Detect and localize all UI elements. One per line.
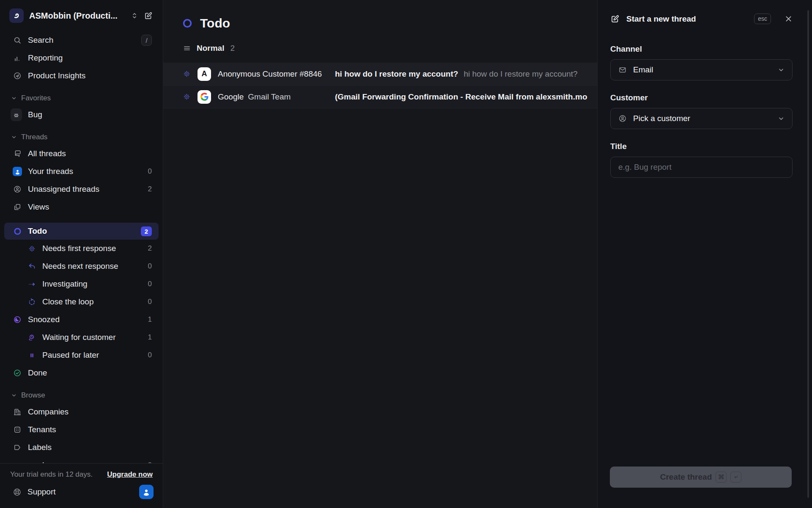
sidebar-item-label: Tenants [28, 425, 56, 434]
sidebar-item-waiting-for-customer[interactable]: Waiting for customer 1 [0, 329, 163, 346]
reply-arrow-icon [27, 262, 36, 271]
new-thread-panel: Start a new thread esc Channel Email Cus… [597, 0, 812, 508]
chevron-down-icon [11, 95, 17, 101]
chat-bubbles-icon [13, 149, 22, 158]
google-logo-avatar [198, 90, 211, 104]
panel-title: Start a new thread [626, 14, 747, 24]
chevron-down-icon [778, 115, 785, 122]
sidebar-item-bug-favorite[interactable]: Bug [0, 106, 163, 124]
customer-avatar: A [198, 67, 211, 81]
channel-label: Channel [610, 44, 793, 54]
compose-icon[interactable] [144, 11, 153, 20]
section-favorites[interactable]: Favorites [0, 91, 163, 106]
close-icon[interactable] [785, 15, 793, 23]
customer-value: Pick a customer [633, 114, 690, 123]
item-count: 0 [148, 262, 152, 271]
customer-name: Google [218, 92, 244, 102]
sidebar-item-done[interactable]: Done [0, 364, 163, 382]
support-label[interactable]: Support [27, 487, 56, 497]
sidebar-item-unassigned-threads[interactable]: Unassigned threads 2 [0, 180, 163, 198]
building-icon [13, 408, 22, 416]
life-ring-icon [13, 488, 22, 497]
customer-select[interactable]: Pick a customer [610, 108, 793, 129]
hamburger-icon [183, 44, 191, 52]
sidebar-item-todo[interactable]: Todo 2 [4, 223, 159, 240]
group-count: 2 [230, 44, 235, 53]
sidebar-item-label: Todo [28, 226, 47, 236]
thread-row-anonymous-customer[interactable]: A Anonymous Customer #8846 hi how do I r… [163, 63, 597, 86]
sidebar-item-your-threads[interactable]: Your threads 0 [0, 163, 163, 180]
sidebar-item-label: Done [28, 368, 47, 378]
command-keycap: ⌘ [716, 472, 727, 483]
trial-text: Your trial ends in 12 days. [10, 470, 93, 479]
sidebar-item-needs-first-response[interactable]: Needs first response 2 [0, 240, 163, 257]
workspace-name: ASMobbin (Producti... [29, 11, 125, 21]
item-count: 1 [148, 315, 152, 324]
person-circle-icon [618, 114, 627, 123]
sidebar-item-all-threads[interactable]: All threads [0, 145, 163, 163]
section-label: Threads [21, 133, 47, 141]
page-title: Todo [200, 16, 230, 30]
sidebar-item-tenants[interactable]: Tenants [0, 421, 163, 439]
todo-ring-icon [13, 227, 22, 236]
thread-list-pane: Todo Normal 2 A Anonymous Customer #8846… [163, 0, 597, 508]
sparkle-icon [27, 245, 36, 253]
sidebar-item-snoozed[interactable]: Snoozed 1 [0, 311, 163, 329]
group-label: Normal [197, 44, 224, 53]
section-browse[interactable]: Browse [0, 388, 163, 403]
sidebar-item-label: Waiting for customer [42, 333, 116, 342]
sidebar-item-labels[interactable]: Labels [0, 439, 163, 456]
moon-circle-icon [13, 315, 22, 324]
envelope-icon [618, 66, 627, 74]
slash-shortcut-keycap: / [141, 35, 152, 46]
chevron-up-down-icon[interactable] [131, 12, 138, 19]
sidebar-item-views[interactable]: Views [0, 198, 163, 216]
sidebar-item-label: All threads [28, 149, 66, 158]
panel-scrollbar[interactable] [807, 10, 809, 498]
sidebar-item-label: Companies [28, 407, 69, 417]
compose-icon [610, 14, 620, 24]
sidebar: ASMobbin (Producti... Search / Reporting… [0, 0, 163, 508]
person-circle-icon [13, 185, 22, 193]
sidebar-item-product-insights[interactable]: Product Insights [0, 67, 163, 85]
sidebar-item-label: Paused for later [42, 351, 99, 360]
thread-subject: hi how do I restore my account? [335, 69, 458, 79]
item-count: 2 [148, 185, 152, 193]
upgrade-link[interactable]: Upgrade now [107, 470, 153, 479]
sidebar-item-label: Reporting [28, 53, 63, 63]
create-thread-label: Create thread [660, 472, 712, 482]
sidebar-item-needs-next-response[interactable]: Needs next response 0 [0, 257, 163, 275]
workspace-switcher[interactable]: ASMobbin (Producti... [0, 0, 163, 27]
pause-icon [27, 352, 36, 359]
sidebar-item-label: Your threads [28, 167, 73, 176]
priority-group-header[interactable]: Normal 2 [163, 40, 597, 57]
sidebar-item-label: Search [28, 36, 53, 45]
sidebar-item-label: Needs next response [42, 262, 118, 271]
thread-row-google[interactable]: Google Gmail Team (Gmail Forwarding Conf… [163, 86, 597, 108]
channel-select[interactable]: Email [610, 59, 793, 80]
channel-value: Email [633, 65, 653, 75]
thread-subject: (Gmail Forwarding Confirmation - Receive… [335, 92, 587, 102]
grid-icon [13, 425, 22, 434]
search-icon [13, 36, 22, 44]
sidebar-item-investigating[interactable]: Investigating 0 [0, 275, 163, 293]
user-avatar-icon [13, 167, 22, 176]
dotted-arrow-icon [27, 280, 36, 288]
chevron-down-icon [11, 134, 17, 140]
create-thread-button[interactable]: Create thread ⌘ [610, 467, 792, 488]
bug-icon [13, 108, 22, 121]
sidebar-item-paused-for-later[interactable]: Paused for later 0 [0, 346, 163, 364]
sidebar-item-companies[interactable]: Companies [0, 403, 163, 421]
sidebar-item-reporting[interactable]: Reporting [0, 49, 163, 67]
item-count: 1 [148, 333, 152, 342]
section-label: Browse [21, 391, 45, 400]
sidebar-footer: Your trial ends in 12 days. Upgrade now … [0, 463, 163, 508]
sidebar-item-close-the-loop[interactable]: Close the loop 0 [0, 293, 163, 311]
sidebar-item-label: Bug [28, 110, 42, 119]
section-threads[interactable]: Threads [0, 130, 163, 145]
sidebar-item-search[interactable]: Search / [0, 31, 163, 49]
sidebar-item-label: Unassigned threads [28, 185, 99, 194]
user-avatar[interactable] [139, 485, 154, 499]
title-input[interactable] [610, 157, 793, 178]
section-label: Favorites [21, 94, 51, 102]
